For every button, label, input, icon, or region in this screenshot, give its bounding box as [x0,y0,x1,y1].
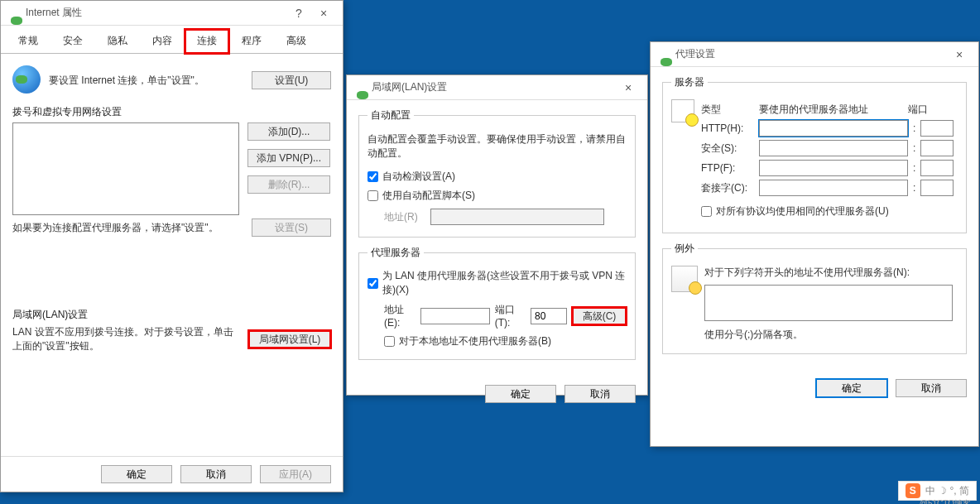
dial-listbox[interactable] [12,122,239,215]
help-button[interactable]: ? [286,7,311,20]
proxy-legend: 代理服务器 [368,246,424,260]
proxy-hint: 如果要为连接配置代理服务器，请选择"设置"。 [12,221,252,235]
http-port-input[interactable] [920,120,954,137]
auto-config-group: 自动配置 自动配置会覆盖手动设置。要确保使用手动设置，请禁用自动配置。 自动检测… [358,108,636,238]
servers-legend: 服务器 [671,75,708,89]
http-label: HTTP(H): [701,122,759,134]
lan-group-label: 局域网(LAN)设置 [12,308,331,322]
port-t-label: 端口(T): [495,303,526,329]
cancel-button[interactable]: 取消 [896,379,967,397]
tab-programs[interactable]: 程序 [229,29,274,53]
dial-group-label: 拨号和虚拟专用网络设置 [12,105,331,119]
tab-security[interactable]: 安全 [50,29,95,53]
add-button[interactable]: 添加(D)... [247,122,330,141]
tab-advanced[interactable]: 高级 [274,29,319,53]
title-text: 代理设置 [675,47,715,61]
exceptions-textarea[interactable] [704,285,953,321]
cancel-button[interactable]: 取消 [564,385,636,403]
proxy-addr-input[interactable] [420,308,490,324]
ok-button[interactable]: 确定 [485,385,556,403]
internet-icon [657,48,670,61]
settings-button: 设置(S) [252,218,331,237]
setup-button[interactable]: 设置(U) [252,71,331,89]
addr-e-label: 地址(E): [384,303,416,329]
exceptions-legend: 例外 [671,242,698,256]
close-button[interactable]: × [616,81,641,94]
auto-config-legend: 自动配置 [368,108,414,122]
lan-settings-dialog: 局域网(LAN)设置 × 自动配置 自动配置会覆盖手动设置。要确保使用手动设置，… [346,74,648,396]
same-proxy-checkbox[interactable]: 对所有协议均使用相同的代理服务器(U) [701,204,889,218]
internet-icon [353,81,367,94]
tab-connections[interactable]: 连接 [185,29,229,54]
http-addr-input[interactable] [759,120,908,137]
lan-settings-button[interactable]: 局域网设置(L) [248,330,331,348]
proxy-settings-dialog: 代理设置 × 服务器 类型 要使用的代理服务器地址 端口 HTTP(H):: 安… [650,41,979,447]
tabstrip: 常规 安全 隐私 内容 连接 程序 高级 [1,26,343,54]
titlebar: 局域网(LAN)设置 × [347,75,647,100]
addr-r-label: 地址(R) [384,210,430,224]
proxy-port-input[interactable] [531,308,567,324]
watermark-sub: @51CTO博客 [920,498,971,504]
add-vpn-button[interactable]: 添加 VPN(P)... [247,149,330,167]
title-text: 局域网(LAN)设置 [372,80,447,94]
except-hint: 对于下列字符开头的地址不使用代理服务器(N): [704,266,958,280]
bypass-local-checkbox[interactable]: 对于本地地址不使用代理服务器(B) [384,334,551,348]
exceptions-group: 例外 对于下列字符开头的地址不使用代理服务器(N): 使用分号(;)分隔各项。 [662,242,967,354]
use-proxy-checkbox[interactable]: 为 LAN 使用代理服务器(这些设置不用于拨号或 VPN 连接)(X) [368,269,627,297]
ok-button[interactable]: 确定 [816,379,887,397]
titlebar: 代理设置 × [651,42,978,67]
watermark-icon: S [906,483,920,498]
ftp-addr-input[interactable] [759,160,908,176]
watermark-text: 中 ☽ °, 简 [925,484,969,498]
internet-icon [7,7,21,20]
socks-label: 套接字(C): [701,181,759,195]
titlebar: Internet 属性 ? × [1,1,343,26]
hdr-port: 端口 [908,103,928,117]
globe-icon [12,65,42,95]
socks-addr-input[interactable] [759,180,908,196]
page-icon [671,266,698,292]
close-button[interactable]: × [947,48,972,61]
auto-detect-checkbox[interactable]: 自动检测设置(A) [368,170,455,184]
secure-port-input[interactable] [920,140,954,156]
secure-label: 安全(S): [701,142,759,156]
tab-general[interactable]: 常规 [6,29,50,53]
servers-group: 服务器 类型 要使用的代理服务器地址 端口 HTTP(H):: 安全(S):: … [662,75,967,233]
hdr-type: 类型 [701,103,759,117]
cancel-button[interactable]: 取消 [180,465,252,483]
secure-addr-input[interactable] [759,140,908,156]
hdr-addr: 要使用的代理服务器地址 [759,103,908,117]
ftp-label: FTP(F): [701,162,759,174]
tab-content[interactable]: 内容 [140,29,185,53]
tab-privacy[interactable]: 隐私 [95,29,140,53]
watermark: S 中 ☽ °, 简 @51CTO博客 [898,481,977,501]
proxy-group: 代理服务器 为 LAN 使用代理服务器(这些设置不用于拨号或 VPN 连接)(X… [358,246,636,360]
apply-button: 应用(A) [260,465,331,483]
ok-button[interactable]: 确定 [101,465,172,483]
internet-properties-dialog: Internet 属性 ? × 常规 安全 隐私 内容 连接 程序 高级 要设置… [0,0,343,492]
lan-hint: LAN 设置不应用到拨号连接。对于拨号设置，单击上面的"设置"按钮。 [12,325,248,353]
server-icon [671,99,694,122]
intro-text: 要设置 Internet 连接，单击"设置"。 [49,74,252,88]
auto-hint: 自动配置会覆盖手动设置。要确保使用手动设置，请禁用自动配置。 [368,132,627,161]
advanced-button[interactable]: 高级(C) [572,307,627,325]
except-note: 使用分号(;)分隔各项。 [704,328,958,342]
ftp-port-input[interactable] [920,160,954,176]
script-addr-input [430,209,604,225]
remove-button: 删除(R)... [247,175,330,194]
use-script-checkbox[interactable]: 使用自动配置脚本(S) [368,189,475,203]
title-text: Internet 属性 [26,6,82,20]
socks-port-input[interactable] [920,180,954,196]
close-button[interactable]: × [311,7,336,20]
